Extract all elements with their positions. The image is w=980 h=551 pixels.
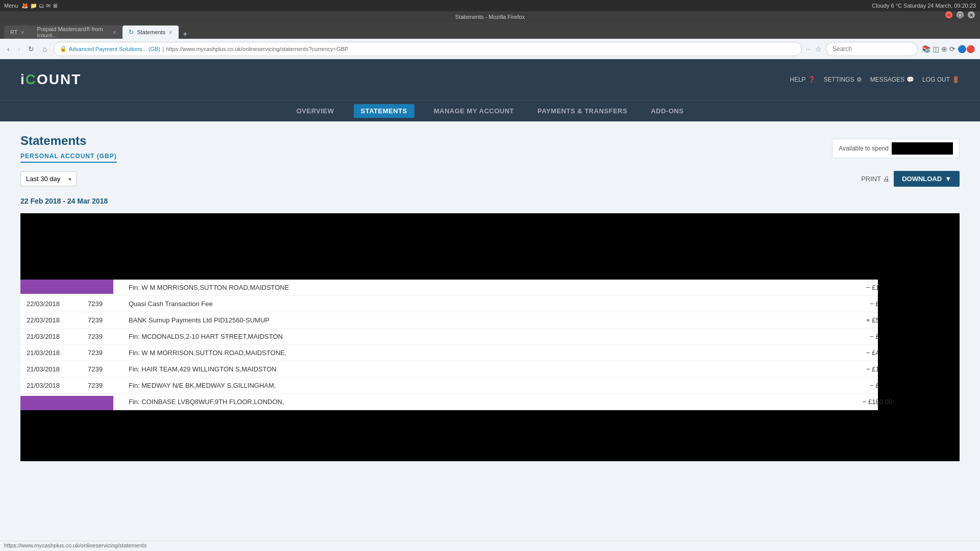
cell-desc: BANK Sumup Payments Ltd PID12560-SUMUP <box>122 312 837 329</box>
extension-icons: 🔵🔴 <box>958 45 975 53</box>
tab-prepaid-label: Prepaid Mastercard® from icount... <box>37 26 109 38</box>
cell-desc: Fin: W M MORRISON,SUTTON ROAD,MAIDSTONE, <box>122 345 837 361</box>
logout-icon: 🚪 <box>952 76 960 83</box>
back-button[interactable]: ‹ <box>5 44 12 54</box>
tab-statements-close[interactable]: ✕ <box>168 30 173 35</box>
cell-desc: Fin: MCDONALDS,2-10 HART STREET,MAIDSTON <box>122 329 837 345</box>
table-row: 21/03/2018 7239 Fin: HAIR TEAM,429 WILLI… <box>20 361 960 378</box>
table-row: 22/03/2018 7239 Quasi Cash Transaction F… <box>20 296 960 312</box>
nav-addons[interactable]: ADD-ONS <box>647 105 688 117</box>
cell-card: 7239 <box>82 312 122 329</box>
account-tab[interactable]: PERSONAL ACCOUNT (GBP) <box>20 153 117 163</box>
table-row: 21/03/2018 7239 Fin: COINBASE LVBQ8WUF,9… <box>20 394 960 410</box>
os-bar-left: Menu 🦊 📁 🗂 ✉ 🖥 <box>4 3 58 9</box>
print-button[interactable]: PRINT 🖨 <box>861 175 890 183</box>
bookmark-icon[interactable]: ☆ <box>815 45 822 53</box>
tab-statements-icon: ↻ <box>129 29 134 36</box>
url-bar[interactable]: 🔒 Advanced Payment Solutions... (GB) | h… <box>53 42 802 56</box>
tab-prepaid[interactable]: Prepaid Mastercard® from icount... ✕ <box>31 26 122 39</box>
balance-overlay <box>878 280 960 410</box>
available-label: Available to spend <box>839 145 889 152</box>
os-status: Cloudy 6 °C Saturday 24 March, 09:20:23 <box>872 3 976 9</box>
cell-date: 22/03/2018 <box>20 296 82 312</box>
app-wrapper: iCOUNT HELP ❓ SETTINGS ⚙ MESSAGES 💬 LOG … <box>0 59 980 544</box>
cell-date: 21/03/2018 <box>20 345 82 361</box>
os-menu[interactable]: Menu <box>4 3 18 9</box>
sidebar-icon[interactable]: ◫ <box>933 45 939 53</box>
date-filter-select[interactable]: Last 30 day Last 7 days Last 90 days Cus… <box>20 171 77 186</box>
browser-search-input[interactable] <box>826 42 918 56</box>
download-label: DOWNLOAD <box>902 175 942 183</box>
address-bar: ‹ › ↻ ⌂ 🔒 Advanced Payment Solutions... … <box>0 39 980 59</box>
tab-bar: RT ✕ Prepaid Mastercard® from icount... … <box>0 22 980 39</box>
nav-manage[interactable]: MANAGE MY ACCOUNT <box>430 105 518 117</box>
cell-date: 21/03/2018 <box>20 378 82 394</box>
messages-button[interactable]: MESSAGES 💬 <box>870 76 914 83</box>
window-min[interactable]: □ <box>957 11 964 18</box>
download-arrow-icon: ▼ <box>945 175 951 183</box>
page-title: Statements <box>20 134 117 148</box>
library-icon[interactable]: 📚 <box>922 45 930 53</box>
cell-card: 7239 <box>82 361 122 378</box>
cell-date: 21/03/2018 <box>20 329 82 345</box>
logo-text: iCOUNT <box>20 71 81 87</box>
status-bar: https://www.mycashplus.co.uk/onlineservi… <box>0 541 980 551</box>
sync-icon[interactable]: ⟳ <box>949 45 955 53</box>
cell-card: 7239 <box>82 296 122 312</box>
reload-button[interactable]: ↻ <box>26 44 36 54</box>
help-icon: ❓ <box>808 76 816 83</box>
pocket-icon[interactable]: ⊕ <box>941 45 947 53</box>
nav-statements[interactable]: STATEMENTS <box>354 104 414 118</box>
settings-label: SETTINGS <box>824 76 854 83</box>
forward-button[interactable]: › <box>16 44 22 54</box>
logout-button[interactable]: LOG OUT 🚪 <box>922 76 960 83</box>
site-name: Advanced Payment Solutions... (GB) <box>69 46 160 52</box>
table-row: 21/03/2018 7239 Fin: MCDONALDS,2-10 HART… <box>20 329 960 345</box>
cell-card: 7239 <box>82 378 122 394</box>
tab-statements[interactable]: ↻ Statements ✕ <box>122 26 179 39</box>
cell-desc: Fin: HAIR TEAM,429 WILLINGTON S,MAIDSTON <box>122 361 837 378</box>
cell-desc: Fin: COINBASE LVBQ8WUF,9TH FLOOR,LONDON, <box>122 394 837 410</box>
app-header: iCOUNT HELP ❓ SETTINGS ⚙ MESSAGES 💬 LOG … <box>0 59 980 100</box>
tab-prepaid-close[interactable]: ✕ <box>112 30 116 35</box>
url-more-button[interactable]: ··· <box>806 45 811 53</box>
home-button[interactable]: ⌂ <box>40 44 48 54</box>
nav-payments[interactable]: PAYMENTS & TRANSFERS <box>533 105 631 117</box>
date-filter-wrapper: Last 30 day Last 7 days Last 90 days Cus… <box>20 171 77 186</box>
toolbar-icons: 📚 ◫ ⊕ ⟳ 🔵🔴 <box>922 45 975 53</box>
purple-highlight-bar-2 <box>20 396 113 410</box>
cell-date: 21/03/2018 <box>20 361 82 378</box>
table-row: 21/03/2018 7239 Fin: MEDWAY N/E BK,MEDWA… <box>20 378 960 394</box>
table-row: 21/03/2018 7239 Fin: W M MORRISON,SUTTON… <box>20 345 960 361</box>
window-close[interactable]: − <box>945 11 952 18</box>
browser-title: Statements - Mozilla Firefox <box>455 14 525 20</box>
nav-overview[interactable]: OVERVIEW <box>292 105 338 117</box>
page-header-row: Statements PERSONAL ACCOUNT (GBP) Availa… <box>20 134 960 163</box>
app-nav: OVERVIEW STATEMENTS MANAGE MY ACCOUNT PA… <box>0 100 980 121</box>
cell-desc: Fin: W M MORRISONS,SUTTON ROAD,MAIDSTONE <box>122 280 837 296</box>
settings-button[interactable]: SETTINGS ⚙ <box>824 76 862 83</box>
date-range-label: 22 Feb 2018 - 24 Mar 2018 <box>20 197 960 205</box>
cell-desc: Fin: MEDWAY N/E BK,MEDWAY S,GILLINGHAM, <box>122 378 837 394</box>
os-icons: 🦊 📁 🗂 ✉ 🖥 <box>21 3 58 9</box>
tab-rt[interactable]: RT ✕ <box>4 26 31 39</box>
new-tab-button[interactable]: + <box>179 30 191 39</box>
cell-desc: Quasi Cash Transaction Fee <box>122 296 837 312</box>
print-label: PRINT <box>861 175 881 183</box>
cell-card: 7239 <box>82 329 122 345</box>
print-icon: 🖨 <box>883 175 890 183</box>
messages-icon: 💬 <box>906 76 914 83</box>
cell-amount: − £180.00 <box>837 394 898 410</box>
chart-area <box>20 213 960 280</box>
table-row: 22/03/2018 7239 Fin: W M MORRISONS,SUTTO… <box>20 280 960 296</box>
download-button[interactable]: DOWNLOAD ▼ <box>894 171 960 187</box>
help-button[interactable]: HELP ❓ <box>790 76 815 83</box>
purple-highlight-bar-1 <box>20 280 113 294</box>
status-url: https://www.mycashplus.co.uk/onlineservi… <box>4 542 146 548</box>
messages-label: MESSAGES <box>870 76 904 83</box>
window-max[interactable]: × <box>968 11 975 18</box>
help-label: HELP <box>790 76 805 83</box>
header-actions: HELP ❓ SETTINGS ⚙ MESSAGES 💬 LOG OUT 🚪 <box>790 76 960 83</box>
os-bar: Menu 🦊 📁 🗂 ✉ 🖥 Cloudy 6 °C Saturday 24 M… <box>0 0 980 11</box>
tab-rt-close[interactable]: ✕ <box>20 30 24 35</box>
